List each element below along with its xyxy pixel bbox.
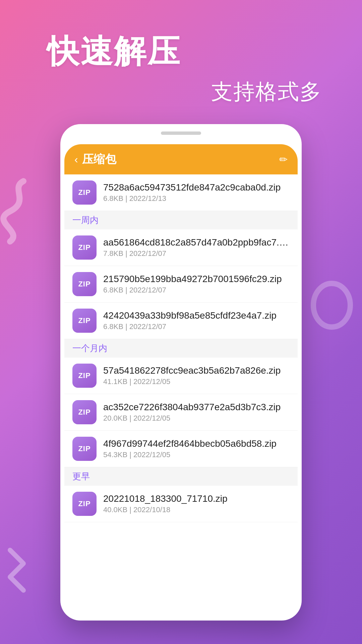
file-list-item[interactable]: ZIP 57a541862278fcc9eac3b5a62b7a826e.zip… xyxy=(64,358,298,394)
zip-badge: ZIP xyxy=(78,188,90,197)
file-list-item[interactable]: ZIP 215790b5e199bba49272b7001596fc29.zip… xyxy=(64,266,298,303)
zip-badge: ZIP xyxy=(78,316,90,325)
zip-badge: ZIP xyxy=(78,280,90,288)
zip-badge: ZIP xyxy=(78,243,90,252)
section-header-week: 一周内 xyxy=(64,211,298,229)
file-info: 20221018_183300_71710.zip 40.0KB | 2022/… xyxy=(103,493,290,514)
file-name: aa561864cd818c2a857d47a0b2ppb9fac7.z... xyxy=(103,237,290,248)
zip-icon: ZIP xyxy=(72,492,97,516)
zigzag-left-decoration xyxy=(3,543,47,597)
edit-icon[interactable]: ✏ xyxy=(279,154,288,165)
file-meta: 20.0KB | 2022/12/05 xyxy=(103,414,290,423)
file-list: ZIP 7528a6ac59473512fde847a2c9caba0d.zip… xyxy=(64,174,298,616)
file-name: 20221018_183300_71710.zip xyxy=(103,493,290,504)
hero-title: 快速解压 xyxy=(0,30,362,74)
file-info: 4f967d99744ef2f8464bbecb05a6bd58.zip 54.… xyxy=(103,438,290,459)
file-meta: 6.8KB | 2022/12/13 xyxy=(103,194,290,203)
zip-icon: ZIP xyxy=(72,364,97,388)
file-info: 57a541862278fcc9eac3b5a62b7a826e.zip 41.… xyxy=(103,365,290,386)
file-list-item[interactable]: ZIP 7528a6ac59473512fde847a2c9caba0d.zip… xyxy=(64,174,298,211)
file-list-item[interactable]: ZIP 4f967d99744ef2f8464bbecb05a6bd58.zip… xyxy=(64,431,298,467)
file-name: 57a541862278fcc9eac3b5a62b7a826e.zip xyxy=(103,365,290,376)
zip-icon: ZIP xyxy=(72,180,97,205)
svg-point-0 xyxy=(313,283,350,327)
hero-section: 快速解压 支持格式多 xyxy=(0,30,362,106)
file-info: ac352ce7226f3804ab9377e2a5d3b7c3.zip 20.… xyxy=(103,402,290,423)
file-list-item[interactable]: ZIP 42420439a33b9bf98a5e85cfdf23e4a7.zip… xyxy=(64,303,298,339)
file-name: 7528a6ac59473512fde847a2c9caba0d.zip xyxy=(103,182,290,193)
phone-mockup: ‹ 压缩包 ✏ ZIP 7528a6ac59473512fde847a2c9ca… xyxy=(60,124,302,621)
file-meta: 40.0KB | 2022/10/18 xyxy=(103,505,290,514)
file-meta: 7.8KB | 2022/12/07 xyxy=(103,249,290,258)
zip-icon: ZIP xyxy=(72,235,97,260)
section-header-older: 更早 xyxy=(64,467,298,486)
file-name: 215790b5e199bba49272b7001596fc29.zip xyxy=(103,274,290,284)
file-info: 7528a6ac59473512fde847a2c9caba0d.zip 6.8… xyxy=(103,182,290,203)
file-name: 42420439a33b9bf98a5e85cfdf23e4a7.zip xyxy=(103,310,290,321)
hero-subtitle: 支持格式多 xyxy=(0,77,362,106)
zip-badge: ZIP xyxy=(78,371,90,380)
squiggle-left-decoration xyxy=(0,174,37,248)
file-info: 215790b5e199bba49272b7001596fc29.zip 6.8… xyxy=(103,274,290,294)
zip-icon: ZIP xyxy=(72,400,97,424)
file-meta: 41.1KB | 2022/12/05 xyxy=(103,377,290,386)
file-name: ac352ce7226f3804ab9377e2a5d3b7c3.zip xyxy=(103,402,290,413)
header-left: ‹ 压缩包 xyxy=(74,152,116,167)
file-list-item[interactable]: ZIP 20221018_183300_71710.zip 40.0KB | 2… xyxy=(64,486,298,522)
zip-icon: ZIP xyxy=(72,272,97,296)
phone-screen: ‹ 压缩包 ✏ ZIP 7528a6ac59473512fde847a2c9ca… xyxy=(64,144,298,616)
file-info: aa561864cd818c2a857d47a0b2ppb9fac7.z... … xyxy=(103,237,290,258)
zip-badge: ZIP xyxy=(78,499,90,508)
file-meta: 54.3KB | 2022/12/05 xyxy=(103,450,290,459)
circle-right-decoration xyxy=(308,275,355,335)
section-header-month: 一个月内 xyxy=(64,339,298,358)
zip-badge: ZIP xyxy=(78,444,90,453)
file-name: 4f967d99744ef2f8464bbecb05a6bd58.zip xyxy=(103,438,290,449)
file-meta: 6.8KB | 2022/12/07 xyxy=(103,286,290,294)
file-list-item[interactable]: ZIP ac352ce7226f3804ab9377e2a5d3b7c3.zip… xyxy=(64,394,298,431)
phone-speaker xyxy=(161,131,201,135)
zip-badge: ZIP xyxy=(78,408,90,417)
file-info: 42420439a33b9bf98a5e85cfdf23e4a7.zip 6.8… xyxy=(103,310,290,331)
zip-icon: ZIP xyxy=(72,437,97,461)
file-meta: 6.8KB | 2022/12/07 xyxy=(103,322,290,331)
page-title: 压缩包 xyxy=(82,152,116,167)
zip-icon: ZIP xyxy=(72,309,97,333)
back-button[interactable]: ‹ xyxy=(74,154,78,165)
app-header: ‹ 压缩包 ✏ xyxy=(64,144,298,174)
file-list-item[interactable]: ZIP aa561864cd818c2a857d47a0b2ppb9fac7.z… xyxy=(64,229,298,266)
